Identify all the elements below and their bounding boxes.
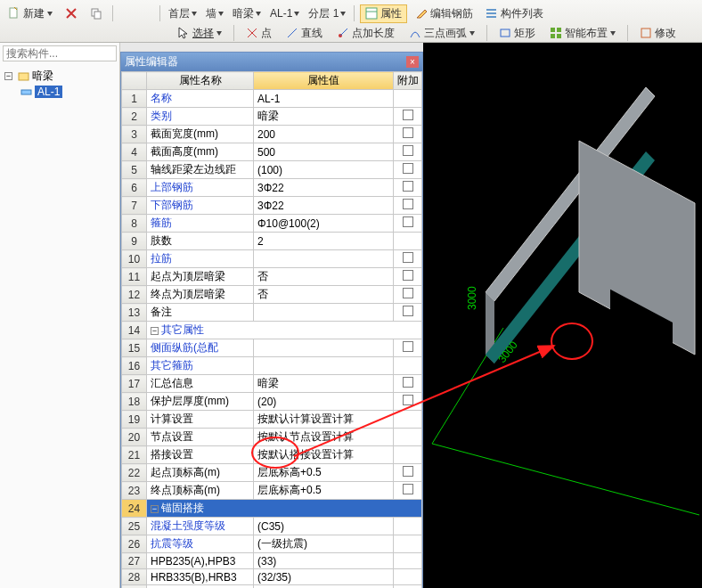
checkbox[interactable] <box>403 252 413 263</box>
table-row[interactable]: 8箍筋Φ10@100(2) <box>122 215 422 233</box>
prop-extra[interactable] <box>394 357 422 375</box>
prop-extra[interactable] <box>394 569 422 585</box>
table-row[interactable]: 16其它箍筋 <box>122 357 422 375</box>
prop-extra[interactable] <box>394 585 422 589</box>
row-number[interactable]: 3 <box>122 126 147 143</box>
row-number[interactable]: 22 <box>122 464 147 482</box>
table-row[interactable]: 2类别暗梁 <box>122 108 422 126</box>
row-number[interactable]: 10 <box>122 250 147 268</box>
modify-button[interactable]: 修改 <box>635 24 681 43</box>
row-number[interactable]: 17 <box>122 375 147 393</box>
row-number[interactable]: 12 <box>122 286 147 304</box>
table-row[interactable]: 12终点为顶层暗梁否 <box>122 286 422 304</box>
col-ext[interactable]: 附加 <box>394 72 422 90</box>
prop-value[interactable]: 层底标高+0.5 <box>254 482 394 500</box>
prop-value[interactable]: (100) <box>254 161 394 179</box>
section-header[interactable]: −其它属性 <box>147 322 422 339</box>
prop-value[interactable]: 层底标高+0.5 <box>254 464 394 482</box>
prop-value[interactable]: 3Φ22 <box>254 197 394 215</box>
table-row[interactable]: 15侧面纵筋(总配 <box>122 339 422 357</box>
row-number[interactable]: 21 <box>122 446 147 464</box>
prop-value[interactable]: 按默认计算设置计算 <box>254 411 394 429</box>
table-row[interactable]: 24−锚固搭接 <box>122 500 422 518</box>
row-number[interactable]: 11 <box>122 268 147 286</box>
prop-extra[interactable] <box>394 108 422 126</box>
row-number[interactable]: 26 <box>122 535 147 553</box>
collapse-icon[interactable]: − <box>151 327 159 335</box>
prop-value[interactable]: 200 <box>254 126 394 143</box>
table-row[interactable]: 14−其它属性 <box>122 322 422 339</box>
prop-value[interactable]: Φ10@100(2) <box>254 215 394 233</box>
close-icon[interactable]: × <box>406 56 419 68</box>
prop-extra[interactable] <box>394 446 422 464</box>
component-list-button[interactable]: 构件列表 <box>481 4 548 23</box>
prop-extra[interactable] <box>394 411 422 429</box>
prop-extra[interactable] <box>394 161 422 179</box>
table-row[interactable]: 6上部钢筋3Φ22 <box>122 179 422 197</box>
row-number[interactable]: 25 <box>122 518 147 535</box>
prop-extra[interactable] <box>394 143 422 161</box>
prop-value[interactable] <box>254 250 394 268</box>
propwin-titlebar[interactable]: 属性编辑器 × <box>121 53 422 71</box>
row-number[interactable]: 29 <box>122 585 147 589</box>
prop-extra[interactable] <box>394 553 422 569</box>
prop-value[interactable]: (C35) <box>254 518 394 535</box>
point-button[interactable]: 点 <box>241 24 276 43</box>
select-button[interactable]: 选择 <box>173 24 226 43</box>
attributes-button[interactable]: 属性 <box>360 4 407 23</box>
prop-value[interactable]: 按默认节点设置计算 <box>254 429 394 446</box>
copy-button[interactable] <box>86 5 107 21</box>
table-row[interactable]: 3截面宽度(mm)200 <box>122 126 422 143</box>
row-number[interactable]: 8 <box>122 215 147 233</box>
rect-button[interactable]: 矩形 <box>494 24 540 43</box>
col-name[interactable]: 属性名称 <box>147 72 254 90</box>
table-row[interactable]: 17汇总信息暗梁 <box>122 375 422 393</box>
checkbox[interactable] <box>403 395 413 405</box>
row-number[interactable]: 24 <box>122 500 147 518</box>
prop-extra[interactable] <box>394 197 422 215</box>
delete-button[interactable] <box>61 5 82 21</box>
prop-value[interactable]: 暗梁 <box>254 375 394 393</box>
new-button[interactable]: 新建 <box>4 4 57 23</box>
row-number[interactable]: 15 <box>122 339 147 357</box>
checkbox[interactable] <box>403 216 413 227</box>
row-number[interactable]: 6 <box>122 179 147 197</box>
table-row[interactable]: 1名称AL-1 <box>122 90 422 108</box>
prop-value[interactable]: 500 <box>254 143 394 161</box>
row-number[interactable]: 18 <box>122 393 147 411</box>
prop-extra[interactable] <box>394 535 422 553</box>
prop-extra[interactable] <box>394 464 422 482</box>
row-number[interactable]: 9 <box>122 233 147 250</box>
row-number[interactable]: 2 <box>122 108 147 126</box>
row-number[interactable]: 23 <box>122 482 147 500</box>
prop-extra[interactable] <box>394 90 422 108</box>
prop-extra[interactable] <box>394 429 422 446</box>
table-row[interactable]: 18保护层厚度(mm)(20) <box>122 393 422 411</box>
prop-extra[interactable] <box>394 233 422 250</box>
prop-extra[interactable] <box>394 339 422 357</box>
row-number[interactable]: 28 <box>122 569 147 585</box>
prop-extra[interactable] <box>394 268 422 286</box>
table-row[interactable]: 23终点顶标高(m)层底标高+0.5 <box>122 482 422 500</box>
prop-extra[interactable] <box>394 518 422 535</box>
prop-value[interactable]: 否 <box>254 268 394 286</box>
table-row[interactable]: 26抗震等级(一级抗震) <box>122 535 422 553</box>
checkbox[interactable] <box>403 306 413 316</box>
checkbox[interactable] <box>403 466 413 477</box>
prop-extra[interactable] <box>394 375 422 393</box>
prop-value[interactable]: 2 <box>254 233 394 250</box>
smart-layout-button[interactable]: 智能布置 <box>545 24 620 43</box>
checkbox[interactable] <box>403 127 413 138</box>
checkbox[interactable] <box>403 145 413 156</box>
table-row[interactable]: 21搭接设置按默认搭接设置计算 <box>122 446 422 464</box>
table-row[interactable]: 22起点顶标高(m)层底标高+0.5 <box>122 464 422 482</box>
prop-value[interactable] <box>254 357 394 375</box>
prop-extra[interactable] <box>394 482 422 500</box>
table-row[interactable]: 13备注 <box>122 304 422 322</box>
table-row[interactable]: 7下部钢筋3Φ22 <box>122 197 422 215</box>
category-dropdown[interactable]: 墙 <box>203 5 226 22</box>
collapse-icon[interactable]: − <box>4 72 12 80</box>
checkbox[interactable] <box>403 377 413 388</box>
prop-extra[interactable] <box>394 393 422 411</box>
row-number[interactable]: 16 <box>122 357 147 375</box>
